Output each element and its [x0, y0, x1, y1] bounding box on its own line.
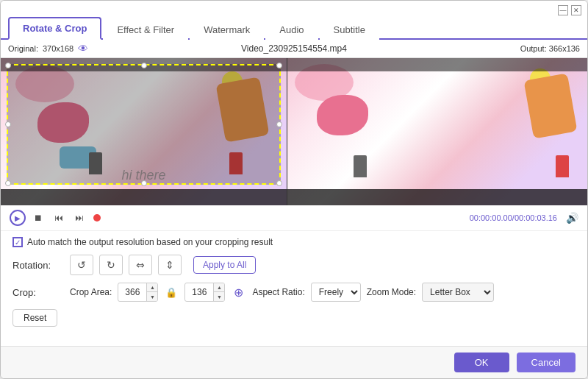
crop-width-input[interactable] [118, 287, 146, 297]
flip-v-button[interactable]: ⇕ [158, 255, 182, 275]
minimize-button[interactable]: — [558, 5, 568, 15]
main-window: — ✕ Rotate & Crop Effect & Filter Waterm… [0, 0, 588, 379]
time-display: 00:00:00.00/00:00:03.16 [470, 213, 557, 222]
crop-width-input-group: ▲ ▼ [118, 283, 158, 302]
crop-handle-br[interactable] [276, 180, 282, 186]
rotate-ccw-button[interactable]: ↺ [70, 255, 93, 275]
record-indicator [93, 214, 101, 222]
original-size: 370x168 [43, 44, 74, 53]
close-button[interactable]: ✕ [571, 5, 581, 15]
crop-label: Crop: [12, 287, 64, 298]
tab-watermark[interactable]: Watermark [190, 19, 264, 40]
crop-handle-tm[interactable] [141, 63, 147, 68]
crop-height-spinners: ▲ ▼ [213, 283, 224, 301]
preview-info-bar: Original: 370x168 👁 Video_230925154554.m… [1, 40, 587, 58]
apply-to-all-button[interactable]: Apply to All [193, 256, 256, 274]
auto-match-checkbox[interactable] [12, 237, 23, 247]
crop-area-label: Crop Area: [70, 287, 112, 297]
reset-button[interactable]: Reset [12, 309, 57, 327]
crop-handle-tr[interactable] [276, 63, 282, 68]
volume-icon[interactable]: 🔊 [566, 212, 578, 224]
dark-bar-bottom-r [287, 189, 587, 205]
rotate-cw-button[interactable]: ↻ [99, 255, 123, 275]
zoom-mode-select[interactable]: Letter Box Pan & Scan Full [422, 283, 494, 302]
zoom-mode-label: Zoom Mode: [367, 287, 416, 297]
crop-handle-bm[interactable] [141, 180, 147, 186]
filename-label: Video_230925154554.mp4 [241, 43, 347, 54]
tab-subtitle[interactable]: Subtitle [320, 19, 379, 40]
crop-height-down[interactable]: ▼ [214, 292, 224, 301]
aspect-ratio-label: Aspect Ratio: [252, 287, 304, 297]
tab-rotate-crop[interactable]: Rotate & Crop [8, 17, 101, 40]
stop-button[interactable]: ⏹ [30, 210, 46, 226]
lock-icon[interactable]: 🔒 [165, 287, 177, 298]
next-button[interactable]: ⏭ [71, 210, 87, 226]
crop-width-spinners: ▲ ▼ [146, 283, 157, 301]
right-video-placeholder [287, 58, 587, 205]
auto-match-label: Auto match the output resolution based o… [27, 237, 273, 247]
rotation-row: Rotation: ↺ ↻ ⇔ ⇕ Apply to All [12, 255, 576, 275]
prev-button[interactable]: ⏮ [51, 210, 67, 226]
tab-effect-filter[interactable]: Effect & Filter [103, 19, 188, 40]
crop-overlay[interactable] [7, 64, 281, 185]
ok-button[interactable]: OK [454, 353, 509, 372]
binder-clip-r2 [556, 155, 569, 177]
crop-center-icon[interactable]: ⊕ [234, 286, 243, 300]
output-label: Output: [520, 44, 547, 53]
crop-row: Crop: Crop Area: ▲ ▼ 🔒 ▲ ▼ ⊕ Aspect Rati… [12, 283, 576, 302]
eye-icon[interactable]: 👁 [78, 43, 88, 54]
dark-bar-top-r [287, 58, 587, 71]
crop-handle-tl[interactable] [5, 63, 11, 68]
deco-r-pink-blob [317, 95, 368, 135]
crop-width-up[interactable]: ▲ [147, 283, 157, 292]
settings-section: Auto match the output resolution based o… [1, 231, 587, 346]
output-size: 366x136 [549, 44, 580, 53]
crop-handle-bl[interactable] [5, 180, 11, 186]
playback-controls: ▶ ⏹ ⏮ ⏭ 00:00:00.00/00:00:03.16 🔊 [1, 205, 587, 231]
cancel-button[interactable]: Cancel [517, 353, 576, 372]
time-current: 00:00:00.00 [470, 213, 512, 222]
deco-r-orange-rect [524, 73, 578, 138]
play-button[interactable]: ▶ [10, 210, 26, 226]
left-preview: hi there [1, 58, 287, 205]
crop-handle-ml[interactable] [5, 121, 11, 127]
auto-match-row: Auto match the output resolution based o… [12, 237, 576, 247]
tabs-bar: Rotate & Crop Effect & Filter Watermark … [1, 15, 587, 40]
crop-height-input[interactable] [185, 287, 213, 297]
title-bar: — ✕ [1, 1, 587, 15]
bottom-bar: OK Cancel [1, 346, 587, 378]
crop-height-input-group: ▲ ▼ [184, 283, 225, 302]
binder-clip-r1 [354, 155, 367, 177]
flip-h-button[interactable]: ⇔ [129, 255, 152, 275]
time-total: 00:00:03.16 [514, 213, 557, 222]
aspect-ratio-select[interactable]: Freely 16:9 4:3 1:1 [311, 283, 361, 302]
dark-bar-bottom [1, 189, 287, 205]
crop-height-up[interactable]: ▲ [214, 283, 224, 292]
rotation-label: Rotation: [12, 260, 64, 271]
tab-audio[interactable]: Audio [265, 19, 318, 40]
original-label: Original: [8, 44, 38, 53]
crop-handle-mr[interactable] [276, 121, 282, 127]
right-preview [287, 58, 587, 205]
preview-area: hi there [1, 58, 587, 205]
crop-width-down[interactable]: ▼ [147, 292, 157, 301]
